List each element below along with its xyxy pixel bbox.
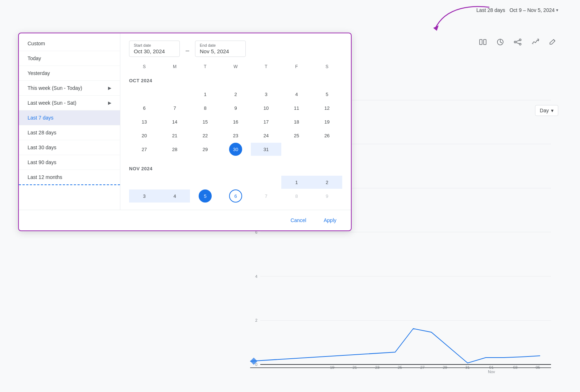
menu-item-yesterday[interactable]: Yesterday: [19, 66, 120, 81]
oct-2024-calendar: OCT 2024 1 2 3 4 5 6 7 8: [129, 76, 342, 156]
svg-line-9: [533, 43, 534, 44]
calendars-wrapper: OCT 2024 1 2 3 4 5 6 7 8: [129, 76, 342, 203]
date-range-value[interactable]: Oct 9 – Nov 5, 2024 ▾: [509, 7, 558, 13]
oct-day-31[interactable]: 31: [251, 143, 281, 156]
nov-day-4[interactable]: 4: [160, 189, 190, 203]
end-date-label: End date: [200, 43, 241, 47]
nov-day-3[interactable]: 3: [129, 189, 160, 203]
oct-empty-3: [290, 143, 303, 156]
oct-day-25[interactable]: 25: [290, 129, 303, 142]
menu-item-last-30-days[interactable]: Last 30 days: [19, 140, 120, 155]
oct-day-11[interactable]: 11: [290, 101, 303, 114]
day-dropdown-chevron: ▾: [551, 108, 554, 113]
oct-day-7[interactable]: 7: [168, 101, 181, 114]
calendar-section: Start date Oct 30, 2024 – End date Nov 5…: [120, 33, 351, 210]
date-range-chevron: ▾: [556, 8, 558, 13]
toolbar: [477, 36, 558, 48]
apply-button[interactable]: Apply: [318, 214, 342, 226]
date-separator: –: [186, 47, 189, 54]
edit-icon[interactable]: [547, 36, 558, 48]
analytics-icon[interactable]: [494, 36, 506, 48]
oct-day-6[interactable]: 6: [138, 101, 151, 114]
share-icon[interactable]: [512, 36, 523, 48]
oct-empty-4: [320, 143, 334, 156]
cancel-button[interactable]: Cancel: [285, 214, 312, 226]
svg-rect-2: [484, 39, 486, 45]
oct-day-4[interactable]: 4: [290, 88, 303, 101]
oct-day-5[interactable]: 5: [320, 88, 334, 101]
compare-icon[interactable]: [477, 36, 489, 48]
grid-line-4: 4: [250, 274, 551, 279]
oct-day-18[interactable]: 18: [290, 115, 303, 128]
trend-icon[interactable]: [529, 36, 541, 48]
nov-day-6[interactable]: 6: [229, 189, 242, 203]
start-date-value: Oct 30, 2024: [134, 48, 175, 54]
end-date-value: Nov 5, 2024: [200, 48, 241, 54]
svg-point-6: [519, 43, 521, 45]
menu-item-last-12-months[interactable]: Last 12 months: [19, 170, 120, 185]
svg-point-5: [514, 41, 516, 43]
oct-day-2[interactable]: 2: [229, 88, 242, 101]
nov-2024-header: NOV 2024: [129, 164, 342, 173]
menu-item-today[interactable]: Today: [19, 51, 120, 66]
oct-2024-grid: 1 2 3 4 5 6 7 8 9 10 11 12 13: [129, 88, 342, 156]
last-week-chevron: ▶: [108, 100, 111, 105]
oct-empty-2: [168, 88, 181, 101]
oct-day-8[interactable]: 8: [199, 101, 212, 114]
menu-item-last-7-days[interactable]: Last 7 days: [19, 110, 120, 125]
date-picker-panel: Custom Today Yesterday This week (Sun - …: [18, 33, 352, 231]
oct-day-10[interactable]: 10: [260, 101, 273, 114]
nov-2024-grid: 1 2 3 4 5 6 7 8 9: [129, 176, 342, 203]
oct-empty-1: [138, 88, 151, 101]
oct-day-14[interactable]: 14: [168, 115, 181, 128]
oct-day-21[interactable]: 21: [168, 129, 181, 142]
chart-line: [250, 296, 551, 368]
dow-header: S M T W T F S: [129, 63, 342, 71]
menu-item-this-week[interactable]: This week (Sun - Today) ▶: [19, 81, 120, 96]
menu-item-last-week[interactable]: Last week (Sun - Sat) ▶: [19, 96, 120, 110]
top-bar: Last 28 days Oct 9 – Nov 5, 2024 ▾: [476, 7, 558, 13]
oct-day-16[interactable]: 16: [229, 115, 242, 128]
svg-rect-1: [480, 39, 482, 45]
oct-day-28[interactable]: 28: [168, 143, 181, 156]
start-date-label: Start date: [134, 43, 175, 47]
oct-day-1[interactable]: 1: [199, 88, 212, 101]
oct-day-19[interactable]: 19: [320, 115, 334, 128]
start-date-input[interactable]: Start date Oct 30, 2024: [129, 41, 180, 57]
svg-line-10: [554, 39, 555, 41]
panel-footer: Cancel Apply: [19, 210, 351, 230]
oct-day-26[interactable]: 26: [320, 129, 334, 142]
menu-item-last-28-days[interactable]: Last 28 days: [19, 125, 120, 140]
last-days-label: Last 28 days: [476, 7, 505, 13]
preset-menu: Custom Today Yesterday This week (Sun - …: [19, 33, 120, 210]
oct-day-24[interactable]: 24: [260, 129, 273, 142]
oct-day-17[interactable]: 17: [260, 115, 273, 128]
menu-item-custom[interactable]: Custom: [19, 36, 120, 51]
oct-2024-header: OCT 2024: [129, 76, 342, 85]
oct-day-13[interactable]: 13: [138, 115, 151, 128]
svg-point-4: [519, 39, 521, 41]
oct-day-30[interactable]: 30: [229, 143, 242, 156]
oct-day-22[interactable]: 22: [199, 129, 212, 142]
oct-day-15[interactable]: 15: [199, 115, 212, 128]
nov-day-1[interactable]: 1: [281, 176, 312, 189]
nov-day-7[interactable]: 7: [260, 189, 273, 203]
nov-day-5[interactable]: 5: [199, 189, 212, 203]
date-inputs-row: Start date Oct 30, 2024 – End date Nov 5…: [129, 41, 342, 57]
oct-day-3[interactable]: 3: [260, 88, 273, 101]
nov-day-9[interactable]: 9: [320, 189, 334, 203]
oct-day-12[interactable]: 12: [320, 101, 334, 114]
panel-content: Custom Today Yesterday This week (Sun - …: [19, 33, 351, 210]
oct-day-29[interactable]: 29: [199, 143, 212, 156]
menu-item-last-90-days[interactable]: Last 90 days: [19, 155, 120, 170]
nov-day-2[interactable]: 2: [312, 176, 342, 189]
oct-day-20[interactable]: 20: [138, 129, 151, 142]
nov-day-8[interactable]: 8: [290, 189, 303, 203]
oct-day-9[interactable]: 9: [229, 101, 242, 114]
this-week-chevron: ▶: [108, 86, 111, 91]
oct-day-27[interactable]: 27: [138, 143, 151, 156]
oct-day-23[interactable]: 23: [229, 129, 242, 142]
svg-line-7: [516, 41, 519, 42]
svg-line-8: [516, 43, 519, 44]
end-date-input[interactable]: End date Nov 5, 2024: [195, 41, 246, 57]
